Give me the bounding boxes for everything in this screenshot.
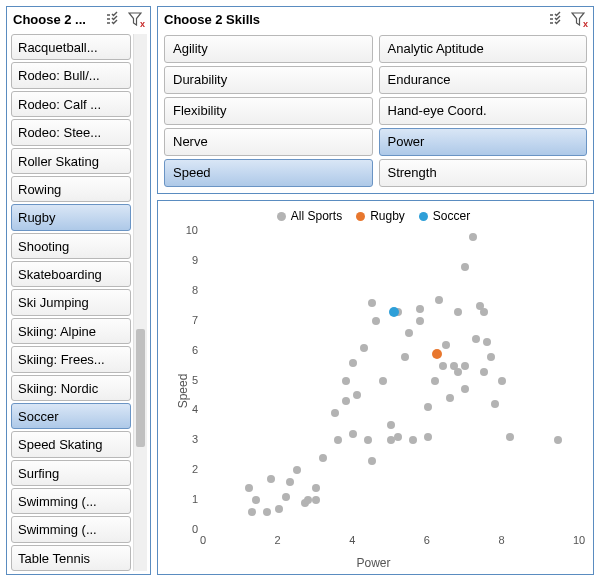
data-point[interactable] (461, 263, 469, 271)
data-point[interactable] (389, 307, 399, 317)
sport-item[interactable]: Soccer (11, 403, 131, 429)
sport-item[interactable]: Roller Skating (11, 148, 131, 174)
y-tick-label: 9 (192, 254, 198, 266)
data-point[interactable] (331, 409, 339, 417)
data-point[interactable] (483, 338, 491, 346)
data-point[interactable] (416, 317, 424, 325)
data-point[interactable] (487, 353, 495, 361)
y-tick-label: 1 (192, 493, 198, 505)
data-point[interactable] (368, 299, 376, 307)
data-point[interactable] (498, 377, 506, 385)
data-point[interactable] (245, 484, 253, 492)
data-point[interactable] (379, 377, 387, 385)
data-point[interactable] (506, 433, 514, 441)
data-point[interactable] (286, 478, 294, 486)
data-point[interactable] (461, 385, 469, 393)
sport-item[interactable]: Rodeo: Bull/... (11, 62, 131, 88)
data-point[interactable] (409, 436, 417, 444)
data-point[interactable] (319, 454, 327, 462)
skill-item[interactable]: Flexibility (164, 97, 373, 125)
data-point[interactable] (454, 368, 462, 376)
data-point[interactable] (435, 296, 443, 304)
skill-item[interactable]: Endurance (379, 66, 588, 94)
data-point[interactable] (401, 353, 409, 361)
data-point[interactable] (424, 433, 432, 441)
sport-item[interactable]: Surfing (11, 460, 131, 486)
data-point[interactable] (469, 233, 477, 241)
sport-item[interactable]: Skiing: Nordic (11, 375, 131, 401)
y-tick-label: 3 (192, 433, 198, 445)
skill-item[interactable]: Power (379, 128, 588, 156)
data-point[interactable] (387, 421, 395, 429)
data-point[interactable] (282, 493, 290, 501)
skill-item[interactable]: Strength (379, 159, 588, 187)
y-tick-label: 5 (192, 374, 198, 386)
data-point[interactable] (364, 436, 372, 444)
sport-item[interactable]: Ski Jumping (11, 289, 131, 315)
scroll-thumb[interactable] (136, 329, 145, 447)
sport-item[interactable]: Skiing: Alpine (11, 318, 131, 344)
data-point[interactable] (360, 344, 368, 352)
y-tick-label: 0 (192, 523, 198, 535)
data-point[interactable] (454, 308, 462, 316)
sport-item[interactable]: Rodeo: Stee... (11, 119, 131, 145)
sport-item[interactable]: Skateboarding (11, 261, 131, 287)
sports-scrollbar[interactable] (133, 34, 147, 571)
skill-item[interactable]: Agility (164, 35, 373, 63)
sport-item[interactable]: Speed Skating (11, 431, 131, 457)
data-point[interactable] (267, 475, 275, 483)
data-point[interactable] (349, 430, 357, 438)
data-point[interactable] (442, 341, 450, 349)
data-point[interactable] (312, 484, 320, 492)
sport-item[interactable]: Rodeo: Calf ... (11, 91, 131, 117)
data-point[interactable] (432, 349, 442, 359)
skill-item[interactable]: Speed (164, 159, 373, 187)
skill-item[interactable]: Nerve (164, 128, 373, 156)
skill-item[interactable]: Hand-eye Coord. (379, 97, 588, 125)
multi-select-icon[interactable] (104, 10, 122, 28)
sports-list-container: Racquetball...Rodeo: Bull/...Rodeo: Calf… (7, 31, 150, 574)
data-point[interactable] (252, 496, 260, 504)
data-point[interactable] (491, 400, 499, 408)
data-point[interactable] (248, 508, 256, 516)
data-point[interactable] (480, 308, 488, 316)
sport-item[interactable]: Swimming (... (11, 488, 131, 514)
data-point[interactable] (461, 362, 469, 370)
skill-item[interactable]: Durability (164, 66, 373, 94)
data-point[interactable] (472, 335, 480, 343)
data-point[interactable] (424, 403, 432, 411)
data-point[interactable] (349, 359, 357, 367)
data-point[interactable] (372, 317, 380, 325)
skill-item[interactable]: Analytic Aptitude (379, 35, 588, 63)
data-point[interactable] (342, 377, 350, 385)
data-point[interactable] (480, 368, 488, 376)
sport-item[interactable]: Swimming (... (11, 516, 131, 542)
data-point[interactable] (342, 397, 350, 405)
sport-item[interactable]: Shooting (11, 233, 131, 259)
sport-item[interactable]: Rowing (11, 176, 131, 202)
data-point[interactable] (446, 394, 454, 402)
data-point[interactable] (334, 436, 342, 444)
data-point[interactable] (554, 436, 562, 444)
clear-filter-icon[interactable] (569, 10, 587, 28)
sport-item[interactable]: Skiing: Frees... (11, 346, 131, 372)
sport-item[interactable]: Racquetball... (11, 34, 131, 60)
data-point[interactable] (405, 329, 413, 337)
sport-item[interactable]: Table Tennis (11, 545, 131, 571)
sport-item[interactable]: Rugby (11, 204, 131, 230)
skills-panel: Choose 2 Skills AgilityAnalytic Aptitude… (157, 6, 594, 194)
clear-filter-icon[interactable] (126, 10, 144, 28)
data-point[interactable] (368, 457, 376, 465)
data-point[interactable] (394, 433, 402, 441)
multi-select-icon[interactable] (547, 10, 565, 28)
data-point[interactable] (263, 508, 271, 516)
data-point[interactable] (275, 505, 283, 513)
x-tick-label: 6 (424, 534, 430, 546)
data-point[interactable] (293, 466, 301, 474)
data-point[interactable] (431, 377, 439, 385)
data-point[interactable] (416, 305, 424, 313)
scatter-plot[interactable]: 0123456789100246810 (204, 231, 577, 530)
data-point[interactable] (439, 362, 447, 370)
data-point[interactable] (312, 496, 320, 504)
data-point[interactable] (353, 391, 361, 399)
